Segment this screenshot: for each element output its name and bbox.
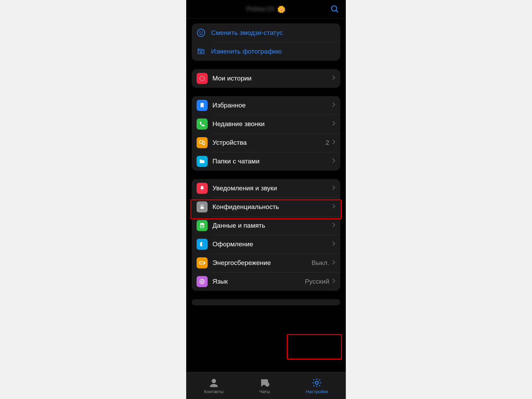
language-row[interactable]: Язык Русский: [192, 272, 340, 291]
svg-point-4: [202, 32, 202, 32]
bookmark-icon: [197, 100, 208, 111]
favorites-row[interactable]: Избранное: [192, 96, 340, 115]
tab-contacts[interactable]: Контакты: [204, 378, 224, 394]
settings-card: Уведомления и звуки Конфиденциальность Д…: [192, 179, 340, 291]
svg-point-19: [315, 381, 319, 384]
chevron-right-icon: [332, 259, 335, 267]
data-storage-label: Данные и память: [212, 222, 332, 229]
power-saving-value: Выкл.: [312, 259, 329, 267]
chevron-right-icon: [332, 222, 335, 229]
tab-settings[interactable]: Настройки: [306, 378, 328, 394]
svg-point-17: [212, 379, 216, 383]
privacy-row[interactable]: Конфиденциальность: [192, 198, 340, 216]
devices-row[interactable]: Устройства 2: [192, 133, 340, 152]
settings-content: Сменить эмодзи-статус Изменить фотографи…: [186, 19, 346, 305]
camera-icon: [197, 47, 208, 56]
data-storage-row[interactable]: Данные и память: [192, 216, 340, 235]
svg-point-8: [200, 76, 204, 80]
svg-line-1: [336, 10, 338, 12]
svg-point-18: [265, 382, 269, 387]
bell-icon: [197, 183, 208, 194]
devices-icon: [197, 137, 208, 148]
phone-frame: Polina Ch 🌼 Сменить эмодзи-статус Измени…: [186, 0, 346, 399]
change-photo-button[interactable]: Изменить фотографию: [192, 42, 340, 61]
svg-point-0: [332, 6, 337, 11]
language-label: Язык: [212, 278, 305, 285]
contrast-icon: [197, 239, 208, 250]
chevron-right-icon: [332, 158, 335, 165]
username-blurred: Polina Ch: [246, 6, 275, 13]
tab-chats-label: Чаты: [259, 389, 270, 394]
next-card-peek: [192, 299, 340, 305]
change-emoji-status-label: Сменить эмодзи-статус: [211, 29, 283, 37]
language-value: Русский: [305, 278, 330, 285]
lock-icon: [197, 201, 208, 212]
my-stories-row[interactable]: Мои истории: [192, 69, 340, 88]
chevron-right-icon: [332, 203, 335, 211]
globe-icon: [197, 276, 208, 287]
flower-emoji: 🌼: [277, 5, 286, 13]
svg-rect-15: [205, 262, 205, 263]
header-bar: Polina Ch 🌼: [186, 0, 346, 19]
recent-calls-label: Недавние звонки: [212, 120, 332, 128]
svg-point-12: [200, 223, 204, 225]
tab-contacts-label: Контакты: [204, 389, 224, 394]
appearance-label: Оформление: [212, 240, 332, 248]
notifications-row[interactable]: Уведомления и звуки: [192, 179, 340, 198]
svg-point-2: [197, 29, 205, 37]
chevron-right-icon: [332, 102, 335, 109]
stories-card: Мои истории: [192, 69, 340, 88]
devices-count: 2: [325, 139, 329, 146]
recent-calls-row[interactable]: Недавние звонки: [192, 115, 340, 133]
battery-icon: [197, 257, 208, 268]
power-saving-label: Энергосбережение: [212, 259, 312, 267]
search-icon[interactable]: [330, 4, 340, 15]
chevron-right-icon: [332, 139, 335, 146]
chevron-right-icon: [332, 240, 335, 248]
highlight-settings-tab: [287, 334, 342, 360]
power-saving-row[interactable]: Энергосбережение Выкл.: [192, 254, 340, 272]
svg-rect-14: [200, 262, 204, 264]
chats-icon: [259, 378, 270, 388]
profile-actions-card: Сменить эмодзи-статус Изменить фотографи…: [192, 23, 340, 61]
phone-icon: [197, 118, 208, 130]
svg-point-3: [200, 32, 200, 32]
svg-point-5: [200, 50, 202, 53]
smiley-icon: [197, 28, 208, 37]
tab-bar: Контакты Чаты Настройки: [186, 372, 346, 399]
favorites-label: Избранное: [212, 102, 332, 109]
change-photo-label: Изменить фотографию: [211, 48, 282, 55]
gear-icon: [312, 378, 322, 388]
notifications-label: Уведомления и звуки: [212, 184, 332, 192]
devices-label: Устройства: [212, 139, 325, 146]
privacy-label: Конфиденциальность: [212, 203, 332, 211]
chats-card: Избранное Недавние звонки Устройства 2: [192, 96, 340, 171]
svg-rect-11: [201, 207, 204, 209]
database-icon: [197, 220, 208, 231]
stories-icon: [197, 73, 208, 84]
tab-settings-label: Настройки: [306, 389, 328, 394]
chevron-right-icon: [332, 75, 335, 82]
tab-chats[interactable]: Чаты: [259, 378, 270, 394]
change-emoji-status-button[interactable]: Сменить эмодзи-статус: [192, 23, 340, 42]
header-title: Polina Ch 🌼: [246, 5, 286, 13]
chevron-right-icon: [332, 120, 335, 128]
appearance-row[interactable]: Оформление: [192, 235, 340, 254]
chat-folders-row[interactable]: Папки с чатами: [192, 152, 340, 171]
chat-folders-label: Папки с чатами: [212, 158, 332, 165]
chevron-right-icon: [332, 278, 335, 285]
my-stories-label: Мои истории: [212, 75, 332, 82]
chevron-right-icon: [332, 184, 335, 192]
contacts-icon: [209, 378, 219, 388]
folder-icon: [197, 156, 208, 167]
